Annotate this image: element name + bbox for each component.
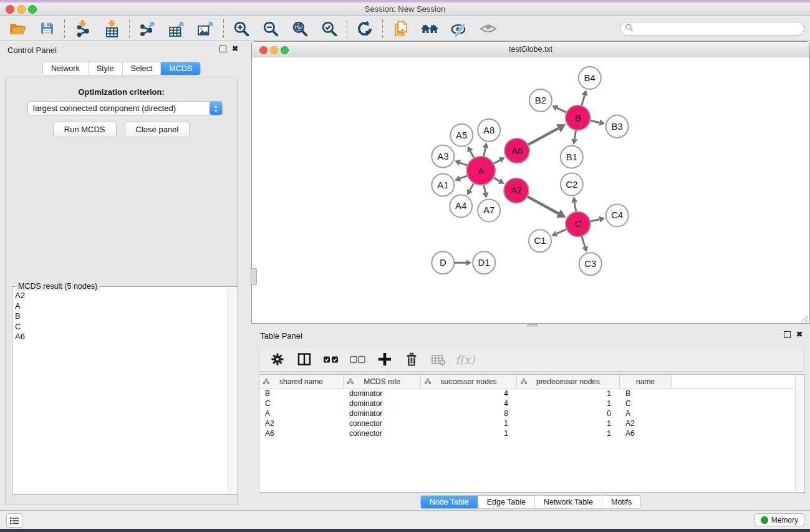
memory-button[interactable]: Memory (755, 513, 804, 526)
table-cell[interactable]: dominator (344, 389, 421, 398)
table-cell[interactable]: A6 (259, 429, 344, 438)
table-cell[interactable]: A2 (259, 419, 344, 428)
edge-C-C3[interactable] (581, 235, 585, 247)
control-panel-tabs: NetworkStyleSelectMCDS (0, 62, 243, 75)
column-header-shared-name[interactable]: shared name (259, 375, 344, 388)
result-item[interactable]: B (15, 311, 226, 322)
column-header-MCDS-role[interactable]: MCDS role (344, 375, 421, 388)
table-cell[interactable]: A (620, 409, 672, 418)
run-mcds-button[interactable]: Run MCDS (53, 122, 117, 137)
columns-icon[interactable] (296, 351, 313, 368)
optimization-criterion-label: Optimization criterion: (6, 87, 237, 97)
export-network-icon[interactable] (138, 19, 157, 38)
tab-select[interactable]: Select (123, 62, 162, 75)
column-label: shared name (279, 377, 323, 386)
table-row[interactable]: Adominator80A (259, 409, 804, 418)
tab-edge-table[interactable]: Edge Table (478, 496, 535, 508)
node-table[interactable]: shared nameMCDS rolesuccessor nodesprede… (259, 374, 805, 493)
tab-mcds[interactable]: MCDS (161, 62, 200, 75)
table-cell[interactable]: 1 (421, 419, 517, 428)
float-table-panel-icon[interactable] (784, 331, 791, 338)
edge-A6-B[interactable] (527, 128, 559, 145)
delete-table-icon[interactable] (430, 351, 447, 368)
result-item[interactable]: C (15, 322, 226, 332)
table-cell[interactable]: A (259, 409, 344, 418)
zoom-fit-icon[interactable] (291, 19, 309, 38)
table-cell[interactable]: 1 (517, 399, 620, 408)
table-panel-header: Table Panel ✖ (251, 327, 810, 343)
table-cell[interactable]: dominator (344, 409, 421, 418)
import-network-icon[interactable] (73, 19, 92, 38)
table-cell[interactable]: 4 (421, 389, 517, 398)
homes-icon[interactable] (420, 19, 439, 38)
column-header-successor-nodes[interactable]: successor nodes (421, 375, 517, 388)
task-history-button[interactable] (6, 513, 22, 528)
table-header-row: shared nameMCDS rolesuccessor nodesprede… (259, 375, 804, 389)
tab-motifs[interactable]: Motifs (602, 496, 640, 508)
node-label-A7: A7 (483, 205, 494, 215)
mcds-result-list[interactable]: A2ABCA6 (15, 291, 226, 491)
unselect-all-icon[interactable] (349, 351, 367, 368)
column-header-name[interactable]: name (620, 375, 672, 388)
select-all-icon[interactable] (322, 351, 340, 368)
gear-icon[interactable] (269, 351, 286, 368)
splitter-collapse-handle[interactable] (251, 268, 257, 285)
result-item[interactable]: A2 (15, 291, 226, 301)
clone-network-icon[interactable] (391, 19, 410, 38)
visibility-icon[interactable] (479, 19, 498, 38)
table-row[interactable]: A6connector11A6 (259, 428, 804, 438)
import-table-icon[interactable] (102, 19, 121, 38)
table-cell[interactable]: 0 (517, 409, 620, 418)
table-cell[interactable]: connector (344, 419, 421, 428)
add-icon[interactable] (376, 351, 393, 368)
table-cell[interactable]: B (620, 389, 672, 398)
resize-grip-icon[interactable] (799, 312, 809, 322)
tab-network-table[interactable]: Network Table (535, 496, 602, 508)
table-cell[interactable]: A2 (620, 419, 672, 428)
hide-labels-icon[interactable] (450, 19, 468, 38)
open-file-icon[interactable] (8, 19, 27, 38)
table-scrollbar[interactable] (795, 375, 804, 491)
delete-icon[interactable] (403, 351, 420, 368)
save-session-icon[interactable] (37, 19, 56, 38)
zoom-out-icon[interactable] (261, 19, 280, 38)
node-label-C4: C4 (611, 210, 623, 220)
export-table-icon[interactable] (167, 19, 186, 38)
network-canvas[interactable]: AA2A6BCA1A3A4A5A7A8B1B2B3B4C1C2C3C4DD1 (253, 57, 809, 323)
table-cell[interactable]: 4 (421, 399, 517, 408)
function-builder-icon[interactable]: f(x) (456, 351, 474, 368)
zoom-in-icon[interactable] (232, 19, 251, 38)
table-cell[interactable]: 1 (517, 419, 620, 428)
export-image-icon[interactable] (196, 19, 215, 38)
result-item[interactable]: A6 (15, 332, 226, 342)
float-panel-icon[interactable] (219, 46, 226, 52)
edge-A2-C[interactable] (526, 196, 559, 213)
search-input[interactable] (620, 22, 804, 36)
table-cell[interactable]: connector (344, 429, 421, 438)
close-panel-icon[interactable]: ✖ (232, 46, 238, 52)
table-row[interactable]: A2connector11A2 (259, 418, 804, 428)
refresh-icon[interactable] (355, 19, 374, 38)
tab-network[interactable]: Network (43, 62, 89, 75)
tab-node-table[interactable]: Node Table (421, 496, 478, 508)
tab-style[interactable]: Style (89, 62, 123, 75)
optimization-criterion-select[interactable]: largest connected component (directed) ▲… (27, 101, 223, 115)
table-cell[interactable]: A6 (620, 429, 672, 438)
table-cell[interactable]: C (620, 399, 672, 408)
close-table-panel-icon[interactable]: ✖ (796, 331, 803, 338)
column-header-predecessor-nodes[interactable]: predecessor nodes (517, 375, 620, 388)
table-cell[interactable]: 1 (517, 429, 620, 438)
table-cell[interactable]: C (259, 399, 344, 408)
control-panel-header: Control Panel ✖ (0, 41, 243, 57)
table-cell[interactable]: 1 (421, 429, 517, 438)
result-scrollbar[interactable] (228, 288, 237, 493)
table-cell[interactable]: 8 (421, 409, 517, 418)
result-item[interactable]: A (15, 301, 226, 312)
zoom-selected-icon[interactable] (320, 19, 339, 38)
table-cell[interactable]: 1 (517, 389, 620, 398)
table-row[interactable]: Cdominator41C (259, 399, 804, 409)
table-cell[interactable]: dominator (344, 399, 421, 408)
table-cell[interactable]: B (259, 389, 344, 398)
table-row[interactable]: Bdominator41B (259, 389, 804, 399)
close-panel-button[interactable]: Close panel (125, 122, 190, 137)
